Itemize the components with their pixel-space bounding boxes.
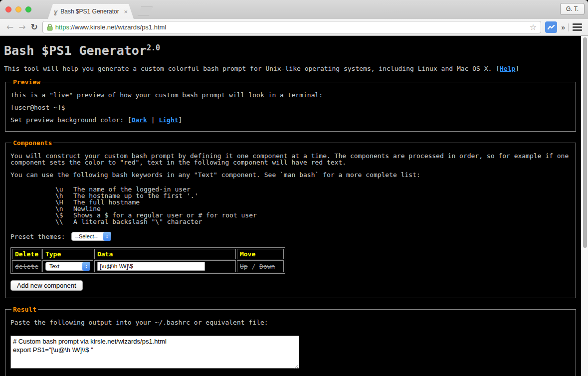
window-zoom-button[interactable] [25,6,31,12]
type-cell: Text ▲▼ [42,260,93,272]
url-bar[interactable]: https://www.kirsle.net/wizards/ps1.html … [42,21,541,33]
components-legend: Components [11,139,53,147]
components-para2: You can use the following bash keywords … [10,172,571,178]
bash-keywords-list: \uThe name of the logged-in user \hThe h… [10,186,571,225]
zigzag-icon [547,24,555,31]
tab-close-icon[interactable]: × [124,8,128,15]
tab-strip: ɣ Bash $PS1 Generator 2.0 × G. T. [0,0,588,19]
page-content: Bash $PS1 Generator2.0 This tool will he… [0,36,581,376]
preview-description: This is a "live" preview of how your cus… [10,92,571,98]
browser-chrome: ɣ Bash $PS1 Generator 2.0 × G. T. ← → ↻ … [0,0,588,36]
help-link[interactable]: Help [500,65,515,72]
delete-link[interactable]: delete [15,263,38,270]
tab-title: Bash $PS1 Generator 2.0 [60,8,121,15]
prompt-preview: [user@host ~]$ [10,104,571,111]
url-text: https://www.kirsle.net/wizards/ps1.html [55,23,167,31]
back-icon[interactable]: ← [6,23,13,31]
scrollbar-thumb[interactable] [583,37,587,248]
window-controls [5,6,31,12]
toolbar-divider [568,23,569,31]
table-header-row: Delete Type Data Move [12,249,284,259]
preview-legend: Preview [11,78,42,86]
overflow-chevron-icon[interactable]: » [561,23,565,31]
delete-column-header: Delete [12,249,41,259]
add-component-button[interactable]: Add new component [10,280,83,291]
profile-button[interactable]: G. T. [560,3,585,15]
data-column-header: Data [94,249,236,259]
browser-toolbar: ← → ↻ https://www.kirsle.net/wizards/ps1… [0,19,588,36]
preview-section: Preview This is a "live" preview of how … [5,78,576,132]
data-cell [94,260,236,272]
bookmark-star-icon[interactable]: ☆ [530,22,537,32]
table-row: delete Text ▲▼ Up / Down [12,260,284,272]
keyword-row: \\A literal backslash "\" character [10,218,571,225]
move-cell: Up / Down [237,260,284,272]
delete-cell: delete [12,260,41,272]
move-down-link[interactable]: Down [259,263,275,270]
browser-tab[interactable]: ɣ Bash $PS1 Generator 2.0 × [48,4,134,19]
preview-bg-controls: Set preview background color: [Dark | Li… [10,117,571,123]
chevron-updown-icon: ▲▼ [82,262,90,271]
reload-icon[interactable]: ↻ [31,23,38,31]
chevron-updown-icon: ▲▼ [103,232,111,241]
extension-icon[interactable] [545,21,557,33]
components-table: Delete Type Data Move delete Text ▲▼ Up … [10,247,285,274]
components-para1: You will construct your custom bash prom… [10,153,571,166]
move-column-header: Move [237,249,284,259]
component-type-select[interactable]: Text ▲▼ [45,262,90,271]
move-up-link[interactable]: Up [240,263,248,270]
result-output-textarea[interactable]: # Custom bash prompt via kirsle.net/wiza… [10,336,299,369]
light-bg-link[interactable]: Light [159,116,178,124]
intro-text: This tool will help you generate a custo… [4,65,581,72]
result-legend: Result [11,306,38,313]
window-minimize-button[interactable] [15,6,21,12]
window-close-button[interactable] [5,6,11,12]
preset-themes-label: Preset themes: [10,233,65,240]
components-section: Components You will construct your custo… [5,139,576,298]
menu-icon[interactable] [573,23,582,31]
preset-themes-row: Preset themes: --Select-- ▲▼ [10,232,571,241]
new-tab-button[interactable] [138,6,153,16]
padlock-icon [47,23,53,31]
forward-icon[interactable]: → [18,23,25,31]
component-data-input[interactable] [97,262,205,271]
result-description: Paste the following output into your ~/.… [10,319,571,326]
scrollbar[interactable] [581,36,588,376]
type-column-header: Type [42,249,93,259]
dark-bg-link[interactable]: Dark [132,116,147,124]
preset-themes-select[interactable]: --Select-- ▲▼ [71,232,111,241]
result-section: Result Paste the following output into y… [5,306,576,376]
page-title: Bash $PS1 Generator2.0 [4,36,581,58]
site-favicon-icon: ɣ [54,8,57,15]
